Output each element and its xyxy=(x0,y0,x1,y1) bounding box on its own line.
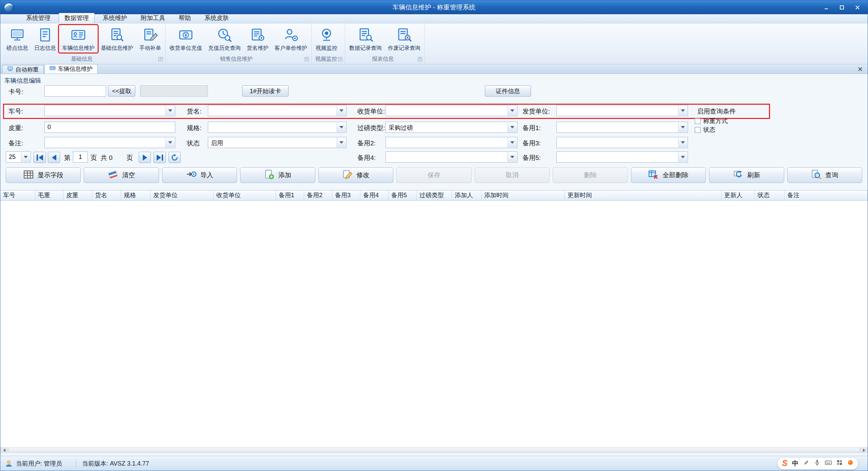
certificate-info-button[interactable]: 证件信息 xyxy=(485,85,531,97)
start-read-card-button[interactable]: 1#开始读卡 xyxy=(242,85,289,97)
ribbon-item-receiver-recharge[interactable]: 收货单位充值 xyxy=(166,25,205,53)
clear-button[interactable]: 清空 xyxy=(84,167,159,183)
chevron-down-icon[interactable] xyxy=(678,152,687,162)
ribbon-item-void-record-query[interactable]: 作废记录查询 xyxy=(385,25,423,53)
column-header[interactable]: 发货单位 xyxy=(151,190,214,200)
toolbox-grid-icon[interactable] xyxy=(836,459,843,467)
extract-button[interactable]: <<提取 xyxy=(108,85,135,97)
column-header[interactable]: 状态 xyxy=(755,190,785,200)
column-header[interactable]: 备注 xyxy=(785,190,868,200)
column-header[interactable]: 收货单位 xyxy=(214,190,276,200)
sender-combo[interactable] xyxy=(556,105,688,116)
tabstrip-close-icon[interactable] xyxy=(857,66,864,73)
spare4-combo[interactable] xyxy=(386,151,517,163)
menu-help[interactable]: 帮助 xyxy=(173,13,196,23)
chevron-down-icon[interactable] xyxy=(337,138,346,147)
spare5-combo[interactable] xyxy=(556,151,688,163)
chevron-down-icon[interactable] xyxy=(337,106,346,116)
page-size-combo[interactable]: 25 xyxy=(6,151,31,163)
query-button[interactable]: 查询 xyxy=(787,167,862,183)
skin-icon[interactable] xyxy=(847,459,853,467)
group-dialog-launcher-icon[interactable] xyxy=(338,57,343,62)
chinese-mode-icon[interactable]: 中 xyxy=(792,459,798,468)
chevron-down-icon[interactable] xyxy=(508,106,517,116)
group-dialog-launcher-icon[interactable] xyxy=(304,57,309,62)
chevron-down-icon[interactable] xyxy=(678,122,687,132)
horizontal-scrollbar[interactable] xyxy=(0,447,868,453)
chevron-down-icon[interactable] xyxy=(165,138,175,147)
prev-page-button[interactable] xyxy=(48,152,60,163)
next-page-button[interactable] xyxy=(139,152,151,163)
group-dialog-launcher-icon[interactable] xyxy=(158,57,163,62)
close-button[interactable] xyxy=(851,3,864,12)
ribbon-item-manual-order[interactable]: 手动补单 xyxy=(136,25,164,53)
column-header[interactable]: 添加时间 xyxy=(481,190,565,200)
ribbon-item-recharge-history[interactable]: 充值历史查询 xyxy=(205,25,244,53)
chevron-down-icon[interactable] xyxy=(678,106,687,116)
menu-system-maintenance[interactable]: 系统维护 xyxy=(97,13,133,23)
first-page-button[interactable] xyxy=(34,152,46,163)
ribbon-item-vehicle-info-maintain[interactable]: 车辆信息维护 xyxy=(59,25,98,53)
group-dialog-launcher-icon[interactable] xyxy=(418,57,422,62)
chevron-down-icon[interactable] xyxy=(508,152,517,162)
add-button[interactable]: 添加 xyxy=(240,167,315,183)
menu-extra-tools[interactable]: 附加工具 xyxy=(135,13,171,23)
tab-auto-weighing[interactable]: 自动称重 xyxy=(2,65,44,74)
goods-combo[interactable] xyxy=(208,105,347,116)
import-button[interactable]: 导入 xyxy=(162,167,237,183)
column-header[interactable]: 车号 xyxy=(0,190,35,200)
column-header[interactable]: 货名 xyxy=(92,190,121,200)
chevron-down-icon[interactable] xyxy=(508,122,517,132)
menu-system-management[interactable]: 系统管理 xyxy=(21,13,56,23)
column-header[interactable]: 备用5 xyxy=(389,190,417,200)
spare2-combo[interactable] xyxy=(386,137,517,148)
tab-vehicle-info-maintain[interactable]: 车辆信息维护 xyxy=(44,64,98,74)
spec-combo[interactable] xyxy=(208,122,347,133)
column-header[interactable]: 备用1 xyxy=(276,190,304,200)
ribbon-item-base-info-maintain[interactable]: 基础信息维护 xyxy=(98,25,136,53)
menu-data-management[interactable]: 数据管理 xyxy=(59,13,95,23)
edit-button[interactable]: 修改 xyxy=(318,167,393,183)
column-header[interactable]: 备用2 xyxy=(304,190,332,200)
tare-input[interactable] xyxy=(44,122,175,133)
column-header[interactable]: 过磅类型 xyxy=(417,190,452,200)
delete-all-button[interactable]: 全部删除 xyxy=(631,167,706,183)
status-combo[interactable]: 启用 xyxy=(208,137,347,148)
sogou-logo-icon[interactable]: S xyxy=(782,459,787,468)
column-header[interactable]: 添加人 xyxy=(452,190,481,200)
column-header[interactable]: 备用3 xyxy=(332,190,360,200)
scroll-left-icon[interactable] xyxy=(0,447,8,453)
remark-combo[interactable] xyxy=(44,137,175,148)
page-number-input[interactable] xyxy=(73,151,88,163)
chevron-down-icon[interactable] xyxy=(678,138,687,147)
column-header[interactable]: 皮重 xyxy=(63,190,92,200)
refresh-button[interactable]: 刷新 xyxy=(709,167,784,183)
column-header[interactable]: 规格 xyxy=(121,190,151,200)
minimize-button[interactable] xyxy=(820,3,833,12)
grid-body[interactable] xyxy=(0,201,868,447)
spare3-combo[interactable] xyxy=(556,137,688,148)
column-header[interactable]: 毛重 xyxy=(35,190,63,200)
last-page-button[interactable] xyxy=(154,152,166,163)
column-header[interactable]: 更新人 xyxy=(722,190,755,200)
mic-icon[interactable] xyxy=(814,459,820,467)
reload-page-button[interactable] xyxy=(169,152,181,163)
ribbon-item-weigh-point-info[interactable]: 磅点信息 xyxy=(3,25,31,53)
chevron-down-icon[interactable] xyxy=(21,152,30,162)
ribbon-item-customer-price[interactable]: 客户单价维护 xyxy=(272,25,310,53)
ribbon-item-goods-maintain[interactable]: 货名维护 xyxy=(244,25,272,53)
chevron-down-icon[interactable] xyxy=(508,138,517,147)
scrollbar-thumb[interactable] xyxy=(8,448,860,453)
chevron-down-icon[interactable] xyxy=(165,106,175,116)
keyboard-icon[interactable] xyxy=(825,459,832,467)
menu-system-skin[interactable]: 系统皮肤 xyxy=(199,13,234,23)
column-header[interactable]: 备用4 xyxy=(360,190,389,200)
weigh-type-combo[interactable]: 采购过磅 xyxy=(386,122,517,133)
spare1-combo[interactable] xyxy=(556,122,688,133)
card-number-input[interactable] xyxy=(44,85,106,97)
ribbon-item-video-monitor[interactable]: 视频监控 xyxy=(313,25,340,53)
column-header[interactable]: 更新时间 xyxy=(565,190,722,200)
receiver-combo[interactable] xyxy=(386,105,517,116)
scroll-right-icon[interactable] xyxy=(860,447,868,453)
ribbon-item-data-record-query[interactable]: 数据记录查询 xyxy=(346,25,385,53)
